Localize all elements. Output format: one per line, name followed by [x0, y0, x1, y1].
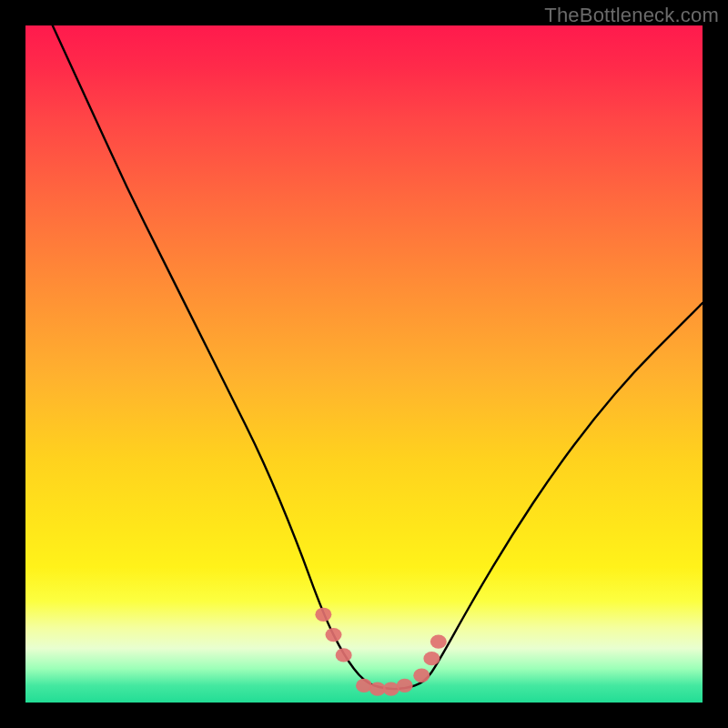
- watermark-label: TheBottleneck.com: [544, 4, 719, 27]
- marker-dot: [413, 669, 430, 682]
- marker-dot: [315, 608, 331, 622]
- bottleneck-curve: [53, 25, 703, 689]
- marker-dot: [423, 652, 440, 665]
- marker-dot: [326, 628, 342, 642]
- curve-layer: [25, 25, 703, 703]
- chart-frame: TheBottleneck.com: [0, 0, 728, 728]
- marker-dot: [430, 634, 447, 648]
- optimal-region-markers: [315, 608, 446, 696]
- marker-dot: [336, 648, 352, 662]
- plot-area: [25, 25, 703, 703]
- marker-dot: [397, 679, 413, 693]
